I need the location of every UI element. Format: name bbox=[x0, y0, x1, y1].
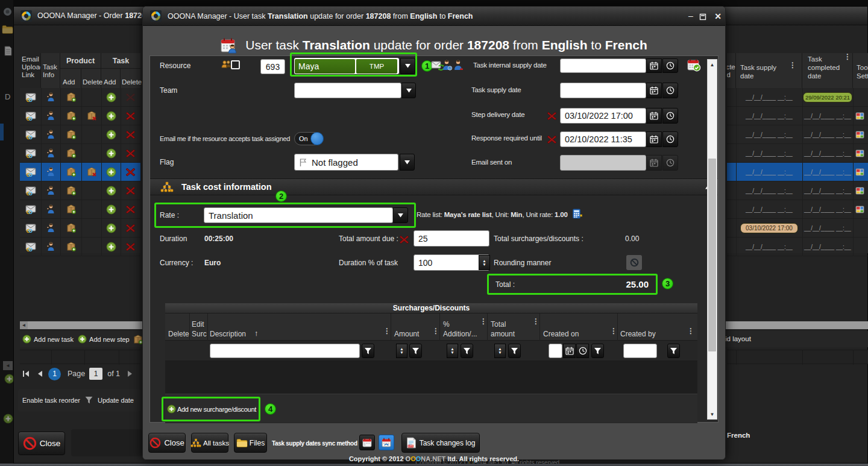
product-add-icon[interactable] bbox=[66, 92, 76, 102]
column-header-product-add[interactable]: Add bbox=[60, 69, 81, 88]
surcharge-col-amount-menu-icon[interactable]: ⋮ bbox=[432, 330, 439, 332]
product-add-icon[interactable] bbox=[66, 186, 76, 195]
duration-pct-stepper[interactable]: ▲ ▼ bbox=[479, 255, 490, 270]
all-tasks-button[interactable]: All tasks bbox=[191, 433, 228, 453]
email-upload-link-icon[interactable] bbox=[25, 112, 36, 121]
product-add-icon[interactable] bbox=[66, 111, 76, 121]
task-row[interactable] bbox=[20, 107, 140, 125]
column-header-fragment[interactable]: ecte id bbox=[727, 53, 736, 88]
tool-settings-icon[interactable] bbox=[855, 150, 864, 157]
task-add-icon[interactable] bbox=[106, 148, 116, 159]
total-amount-due-input[interactable]: 25 bbox=[414, 230, 489, 247]
surcharge-col-pct-menu-icon[interactable]: ⋮ bbox=[480, 320, 487, 323]
task-row-dates[interactable]: __/__/____ __:____/__/____ __:__ bbox=[727, 107, 868, 125]
column-menu-supply-icon[interactable]: ⋮ bbox=[789, 64, 796, 66]
task-row[interactable] bbox=[20, 200, 140, 219]
task-row-dates[interactable]: __/__/____ __:____/__/____ __:__ bbox=[727, 238, 868, 256]
surcharge-col-total-line1[interactable]: Total bbox=[491, 320, 506, 329]
surcharge-col-description-menu-icon[interactable]: ⋮ bbox=[383, 330, 391, 332]
sort-ascending-icon[interactable]: ↑ bbox=[254, 329, 259, 338]
surcharge-col-edit-line1[interactable]: Edit bbox=[192, 320, 204, 329]
sync-method-option-selected[interactable] bbox=[379, 435, 394, 450]
resource-id-input[interactable]: 693 bbox=[260, 59, 285, 74]
step-delivery-date-input[interactable]: 03/10/2022 17:00 bbox=[560, 108, 646, 124]
column-menu-completed-icon[interactable]: ⋮ bbox=[844, 55, 851, 58]
column-header-task-supply-date[interactable]: Task supply date bbox=[736, 53, 802, 88]
task-delete-icon[interactable] bbox=[125, 167, 136, 177]
task-info-icon[interactable] bbox=[46, 242, 55, 251]
surcharge-col-created-on-menu-icon[interactable]: ⋮ bbox=[610, 330, 617, 332]
enable-task-reorder-label[interactable]: Enable task reorder bbox=[22, 397, 80, 404]
supply-date-sync-ok-icon[interactable] bbox=[687, 58, 701, 72]
column-header-task-info[interactable]: Task Info bbox=[41, 53, 60, 88]
left-strip-add2-icon[interactable] bbox=[3, 414, 13, 424]
task-row[interactable] bbox=[20, 181, 140, 200]
task-row-dates[interactable]: __/__/____ __:____/__/____ __:__ bbox=[727, 181, 868, 200]
reorder-filter-icon[interactable] bbox=[84, 396, 93, 405]
task-info-icon[interactable] bbox=[46, 186, 55, 195]
email-upload-link-icon[interactable] bbox=[25, 205, 36, 214]
task-supply-date-input[interactable] bbox=[560, 83, 646, 98]
save-grid-layout-button-fragment[interactable]: id layout bbox=[725, 335, 751, 342]
surcharge-col-delete[interactable]: Delete bbox=[168, 330, 189, 338]
task-info-icon[interactable] bbox=[46, 223, 55, 233]
internal-supply-clock-button[interactable] bbox=[662, 58, 678, 73]
task-row-dates[interactable]: __/__/____ __:____/__/____ __:__ bbox=[727, 200, 868, 219]
task-add-icon[interactable] bbox=[106, 223, 116, 233]
surcharge-col-created-by-menu-icon[interactable]: ⋮ bbox=[687, 330, 694, 332]
first-page-icon[interactable] bbox=[22, 370, 30, 377]
task-row[interactable] bbox=[20, 238, 140, 256]
column-header-task-delete[interactable]: Delete bbox=[121, 69, 140, 88]
email-me-toggle[interactable]: On bbox=[294, 132, 324, 145]
task-add-icon[interactable] bbox=[106, 130, 116, 140]
task-row-dates[interactable]: 03/10/2022 17:00__/__/____ __:__ bbox=[727, 219, 868, 238]
column-header-tool-fragment[interactable]: Toolb Settin bbox=[853, 53, 868, 88]
task-add-icon[interactable] bbox=[106, 186, 116, 196]
pct-filter-stepper[interactable]: ▲▼ bbox=[447, 344, 458, 358]
task-add-icon[interactable] bbox=[106, 204, 116, 215]
resource-info-icon[interactable]: i bbox=[442, 60, 452, 71]
email-upload-link-icon[interactable] bbox=[25, 93, 36, 102]
resource-remove-icon[interactable] bbox=[453, 60, 464, 71]
response-calendar-button[interactable] bbox=[646, 131, 662, 147]
stepper-down-icon[interactable]: ▼ bbox=[482, 263, 486, 266]
task-info-icon[interactable] bbox=[46, 167, 55, 177]
product-add-icon[interactable] bbox=[66, 130, 76, 139]
task-info-icon[interactable] bbox=[46, 204, 55, 214]
add-new-task-button[interactable]: Add new task bbox=[34, 336, 74, 343]
surcharge-col-description[interactable]: Description bbox=[210, 330, 246, 338]
task-delete-icon[interactable] bbox=[125, 242, 136, 251]
resource-checkbox[interactable] bbox=[231, 60, 240, 69]
task-info-icon[interactable] bbox=[46, 148, 55, 158]
task-row[interactable] bbox=[20, 88, 140, 107]
internal-supply-calendar-button[interactable] bbox=[646, 58, 662, 73]
modal-vscrollbar[interactable]: ▲ ▼ bbox=[707, 59, 717, 420]
response-required-input[interactable]: 02/10/2022 11:35 bbox=[560, 131, 646, 147]
created-on-clock-button[interactable] bbox=[576, 344, 589, 358]
maximize-button[interactable] bbox=[699, 13, 706, 20]
description-filter-input[interactable] bbox=[210, 344, 360, 358]
close-x-button[interactable]: ✕ bbox=[712, 11, 723, 22]
email-upload-link-icon[interactable] bbox=[25, 149, 36, 158]
task-add-icon[interactable] bbox=[106, 167, 116, 177]
task-row[interactable] bbox=[20, 163, 140, 181]
created-by-filter-input[interactable] bbox=[623, 344, 657, 358]
task-add-icon[interactable] bbox=[106, 111, 116, 121]
current-page-badge[interactable]: 1 bbox=[48, 368, 61, 380]
created-on-filter-button[interactable] bbox=[591, 344, 604, 358]
amount-filter-stepper[interactable]: ▲▼ bbox=[396, 344, 407, 358]
product-add-icon[interactable] bbox=[66, 223, 76, 233]
amount-filter-button[interactable] bbox=[409, 344, 422, 358]
email-upload-link-icon[interactable] bbox=[25, 130, 36, 139]
task-info-icon[interactable] bbox=[46, 92, 55, 102]
supply-calendar-button[interactable] bbox=[646, 83, 662, 98]
product-delete-icon[interactable] bbox=[87, 111, 96, 121]
minimize-button[interactable]: – bbox=[685, 11, 696, 22]
task-delete-icon[interactable] bbox=[125, 204, 136, 214]
page-input[interactable]: 1 bbox=[89, 368, 102, 380]
task-row-dates[interactable]: __/__/____ __:____/__/____ __:__ bbox=[727, 163, 868, 181]
product-add-icon[interactable] bbox=[66, 167, 76, 177]
files-button[interactable]: Files bbox=[234, 433, 267, 453]
tool-settings-icon[interactable] bbox=[855, 168, 864, 176]
surcharge-col-created-on[interactable]: Created on bbox=[543, 330, 579, 338]
